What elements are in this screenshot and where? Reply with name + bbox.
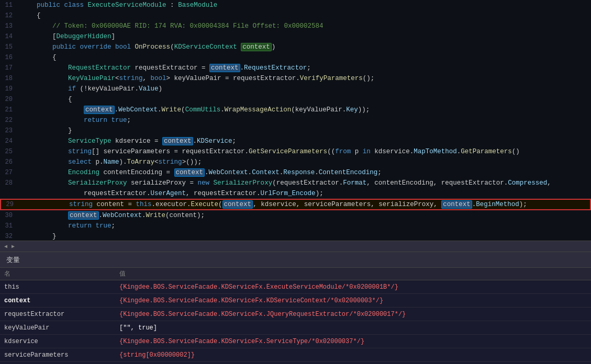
var-name-keyValuePair: keyValuePair	[0, 324, 115, 332]
var-name-this: this	[0, 283, 115, 291]
code-line-11: 11 public class ExecuteServiceModule : B…	[0, 0, 591, 10]
code-line-19: 19 if (!keyValuePair.Value)	[0, 84, 591, 94]
scroll-divider[interactable]: ◀ ▶	[0, 241, 591, 252]
var-row-keyValuePair: keyValuePair ["", true]	[0, 321, 591, 335]
panel-title: 变量	[6, 255, 20, 265]
panel-header: 变量	[0, 252, 591, 268]
code-line-17: 17 RequestExtractor requestExtractor = c…	[0, 63, 591, 73]
code-line-27: 27 Encoding contentEncoding = context.We…	[0, 167, 591, 178]
code-line-18: 18 KeyValuePair<string, bool> keyValuePa…	[0, 73, 591, 84]
var-name-context: context	[0, 297, 115, 304]
var-value-requestExtractor: {Kingdee.BOS.ServiceFacade.KDServiceFx.J…	[115, 311, 591, 318]
code-line-28: 28 SerializerProxy serializeProxy = new …	[0, 178, 591, 188]
var-name-requestExtractor: requestExtractor	[0, 311, 115, 318]
code-line-32: 32 }	[0, 231, 591, 241]
code-line-21: 21 context.WebContext.Write(CommUtils.Wr…	[0, 105, 591, 115]
col-name-header: 名	[0, 269, 115, 278]
code-line-15: 15 public override bool OnProcess(KDServ…	[0, 42, 591, 52]
var-name-kdservice: kdservice	[0, 338, 115, 345]
var-value-serviceParameters: {string[0x00000002]}	[115, 351, 591, 359]
code-line-22: 22 return true;	[0, 115, 591, 126]
code-line-23: 23 }	[0, 126, 591, 136]
var-value-kdservice: {Kingdee.BOS.ServiceFacade.KDServiceFx.S…	[115, 338, 591, 345]
scroll-right-icon[interactable]: ▶	[12, 243, 15, 249]
col-value-header: 值	[115, 269, 591, 278]
code-line-14: 14 [DebuggerHidden]	[0, 31, 591, 42]
code-line-20: 20 {	[0, 94, 591, 105]
code-line-24: 24 ServiceType kdservice = context.KDSer…	[0, 136, 591, 146]
code-line-30: 30 context.WebContext.Write(content);	[0, 210, 591, 221]
code-lines: 11 public class ExecuteServiceModule : B…	[0, 0, 591, 241]
code-line-29: 29 string content = this.executor.Execut…	[0, 199, 591, 210]
var-value-this: {Kingdee.BOS.ServiceFacade.KDServiceFx.E…	[115, 283, 591, 291]
var-row-requestExtractor: requestExtractor {Kingdee.BOS.ServiceFac…	[0, 308, 591, 321]
scroll-left-icon[interactable]: ◀	[4, 243, 7, 249]
variables-list: this {Kingdee.BOS.ServiceFacade.KDServic…	[0, 280, 591, 364]
var-value-context: {Kingdee.BOS.ServiceFacade.KDServiceFx.K…	[115, 297, 591, 304]
code-line-16: 16 {	[0, 52, 591, 63]
var-row-kdservice: kdservice {Kingdee.BOS.ServiceFacade.KDS…	[0, 335, 591, 348]
var-row-contentEncoding: contentEncoding {System.Text.UTF8Encodin…	[0, 362, 591, 364]
code-line-12: 12 {	[0, 10, 591, 21]
code-line-25: 25 string[] serviceParameters = requestE…	[0, 146, 591, 157]
var-name-serviceParameters: serviceParameters	[0, 351, 115, 359]
watch-panel: 变量 名 值 this {Kingdee.BOS.ServiceFacade.K…	[0, 252, 591, 364]
col-headers: 名 值	[0, 268, 591, 280]
var-row-serviceParameters: serviceParameters {string[0x00000002]}	[0, 348, 591, 362]
code-line-31: 31 return true;	[0, 221, 591, 231]
var-row-context: context {Kingdee.BOS.ServiceFacade.KDSer…	[0, 294, 591, 308]
code-line-13: 13 // Token: 0x060000AE RID: 174 RVA: 0x…	[0, 21, 591, 31]
code-editor: 11 public class ExecuteServiceModule : B…	[0, 0, 591, 241]
var-value-keyValuePair: ["", true]	[115, 324, 591, 332]
var-row-this: this {Kingdee.BOS.ServiceFacade.KDServic…	[0, 280, 591, 294]
code-line-28b: requestExtractor.UserAgent, requestExtra…	[0, 188, 591, 199]
code-line-26: 26 select p.Name).ToArray<string>());	[0, 157, 591, 167]
